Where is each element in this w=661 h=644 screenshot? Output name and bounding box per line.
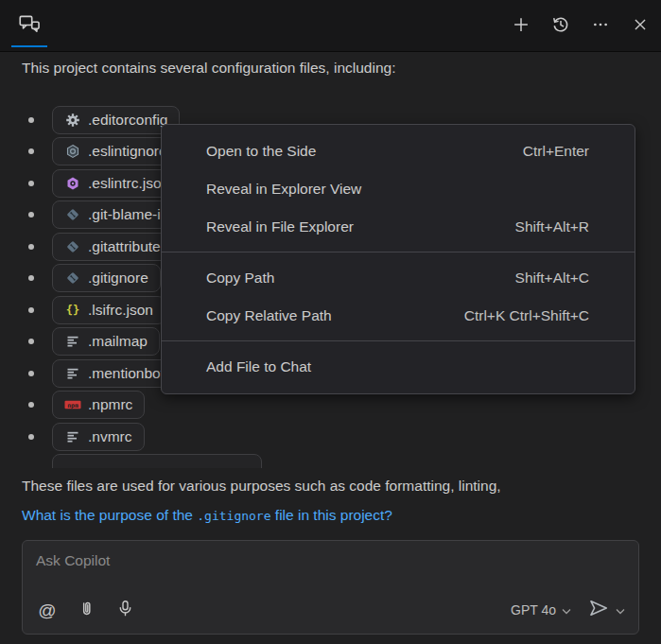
file-name: .editorconfig: [88, 112, 167, 129]
paperclip-icon: [78, 600, 96, 621]
eslint-gray-icon: [65, 144, 80, 159]
menu-separator: [162, 340, 635, 341]
git-icon: [65, 270, 80, 286]
svg-text:{}: {}: [66, 304, 79, 317]
git-icon: [65, 239, 80, 254]
model-picker[interactable]: GPT 4o: [511, 602, 571, 618]
chevron-down-icon: [562, 602, 571, 618]
file-chip[interactable]: {} .lsifrc.json: [52, 296, 165, 324]
file-name: .npmrc: [88, 396, 132, 413]
bullet-dot: [28, 402, 34, 408]
at-icon: @: [38, 601, 56, 619]
model-label: GPT 4o: [511, 602, 556, 618]
menu-item-label: Reveal in File Explorer: [206, 218, 354, 235]
json-icon: {}: [65, 303, 80, 318]
list-icon: [65, 366, 80, 381]
attach-context-button[interactable]: [75, 599, 97, 621]
menu-item-shortcut: Ctrl+Enter: [523, 143, 589, 160]
bullet-dot: [28, 148, 34, 154]
file-chip[interactable]: .mentionbot: [52, 359, 177, 388]
file-chip[interactable]: npm .npmrc: [52, 391, 145, 419]
bullet-dot: [28, 244, 34, 250]
file-name: .gitignore: [88, 270, 148, 287]
menu-item[interactable]: Reveal in Explorer View: [162, 170, 635, 208]
menu-item-label: Copy Relative Path: [206, 307, 332, 324]
file-name: .eslintignore: [88, 143, 167, 160]
bullet-dot: [28, 212, 34, 218]
send-icon: [588, 598, 609, 622]
menu-item[interactable]: Copy Relative Path Ctrl+K Ctrl+Shift+C: [162, 297, 635, 335]
menu-item-shortcut: Shift+Alt+R: [515, 218, 589, 235]
gear-icon: [65, 113, 80, 128]
menu-item-label: Open to the Side: [206, 143, 316, 160]
bullet-dot: [28, 307, 34, 313]
file-chip[interactable]: .gitignore: [52, 264, 161, 292]
inline-code: .gitignore: [197, 509, 270, 523]
menu-item-label: Add File to Chat: [206, 358, 311, 375]
send-button[interactable]: [588, 598, 625, 622]
file-name: .eslintrc.json: [88, 175, 169, 192]
menu-item-shortcut: Ctrl+K Ctrl+Shift+C: [464, 307, 589, 324]
file-chip[interactable]: [52, 454, 262, 468]
git-icon: [65, 207, 80, 222]
menu-item-label: Copy Path: [206, 270, 274, 287]
svg-text:npm: npm: [67, 402, 78, 409]
npm-icon: npm: [64, 397, 81, 412]
menu-item[interactable]: Copy Path Shift+Alt+C: [162, 259, 635, 297]
bullet-dot: [28, 275, 34, 281]
menu-item-shortcut: Shift+Alt+C: [515, 270, 589, 287]
chat-input-box: Ask Copilot @: [22, 540, 639, 635]
chevron-down-icon: [616, 601, 625, 618]
file-name: .nvmrc: [88, 428, 132, 445]
bullet-dot: [28, 434, 34, 440]
dictate-button[interactable]: [113, 599, 136, 621]
list-icon: [65, 334, 80, 349]
chat-input[interactable]: Ask Copilot: [36, 552, 110, 569]
menu-item[interactable]: Open to the Side Ctrl+Enter: [162, 132, 635, 170]
file-name: .lsifrc.json: [88, 302, 153, 319]
eslint-purple-icon: [65, 176, 80, 191]
microphone-icon: [116, 600, 134, 621]
menu-separator: [162, 252, 635, 252]
file-chip[interactable]: .nvmrc: [52, 423, 145, 451]
input-toolbar: @: [36, 597, 625, 623]
bullet-dot: [28, 117, 34, 123]
context-menu: Open to the Side Ctrl+Enter Reveal in Ex…: [161, 124, 635, 394]
file-chip[interactable]: .mailmap: [52, 327, 160, 356]
bullet-dot: [28, 339, 34, 344]
menu-item[interactable]: Reveal in File Explorer Shift+Alt+R: [162, 208, 635, 246]
bullet-dot: [28, 181, 34, 186]
file-name: .mailmap: [88, 333, 148, 350]
mention-context-button[interactable]: @: [36, 599, 59, 621]
file-list-item: [0, 454, 661, 468]
bullet-dot: [28, 371, 34, 376]
file-name: .mentionbot: [88, 365, 165, 382]
menu-item[interactable]: Add File to Chat: [162, 348, 635, 386]
file-name: .gitattributes: [88, 238, 167, 255]
menu-item-label: Reveal in Explorer View: [206, 181, 361, 198]
file-list-item: npm .npmrc: [0, 391, 661, 419]
followup-question-link[interactable]: What is the purpose of the .gitignore fi…: [22, 507, 392, 524]
file-list-item: .nvmrc: [0, 423, 661, 451]
copilot-chat-panel: This project contains several configurat…: [0, 0, 661, 644]
message-outro-text: These files are used for various purpose…: [22, 478, 501, 495]
list-icon: [65, 429, 80, 444]
